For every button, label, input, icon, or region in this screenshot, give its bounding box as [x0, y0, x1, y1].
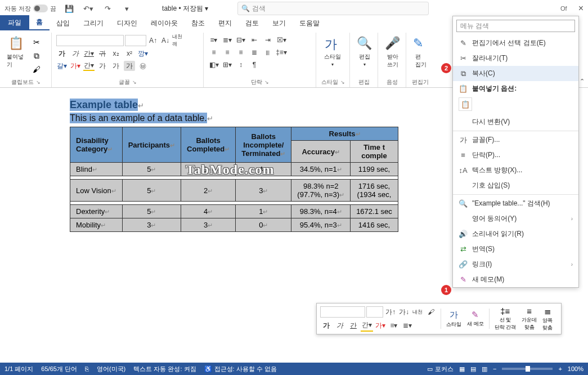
underline-button[interactable]: 간▾ [83, 48, 95, 59]
align-right-icon[interactable]: ≡ [235, 47, 246, 57]
subscript-button[interactable]: x₂ [110, 48, 122, 59]
tab-design[interactable]: 디자인 [110, 16, 144, 30]
highlight-color-icon[interactable]: 간▾ [83, 61, 95, 71]
view-print-layout-icon[interactable]: ▤ [470, 365, 476, 373]
text-highlight-icon[interactable]: 갈▾ [56, 61, 68, 71]
multilevel-icon[interactable]: ⊟▾ [235, 35, 246, 45]
status-autocomplete[interactable]: 텍스트 자동 완성: 켜짐 [133, 365, 196, 373]
document-title[interactable]: table • 저장됨 ▾ [162, 4, 208, 14]
tab-layout[interactable]: 레이아웃 [144, 16, 185, 30]
mini-font-family-input[interactable] [320, 306, 365, 318]
phonetic-guide-icon[interactable]: 내천 깨 [172, 35, 183, 46]
clipboard-launcher-icon[interactable]: ↘ [36, 79, 41, 85]
char-border-icon[interactable]: 가 [110, 61, 122, 71]
mini-italic-button[interactable]: 가 [334, 319, 346, 332]
collapse-ribbon-icon[interactable]: ⌃ [580, 78, 585, 85]
enclose-char-icon[interactable]: 가 [124, 61, 135, 71]
save-icon[interactable]: 💾 [63, 2, 75, 15]
tab-help[interactable]: 도움말 [293, 16, 326, 30]
bold-button[interactable]: 가 [56, 48, 68, 59]
paste-button[interactable]: 📋 붙여넣기 [5, 35, 28, 70]
undo-icon[interactable]: ↶▾ [82, 2, 95, 15]
mini-grow-font-icon[interactable]: 가↑ [384, 306, 397, 318]
tab-insert[interactable]: 삽입 [50, 16, 77, 30]
menu-insert-symbol[interactable]: 기호 삽입(S) [453, 178, 578, 193]
dictate-button[interactable]: 🎤받아 쓰기 [383, 35, 403, 70]
menu-link[interactable]: 🔗링크(I)› [453, 257, 578, 272]
mini-phonetic-icon[interactable]: 내천 [411, 306, 424, 318]
mini-justify-button[interactable]: ≣양쪽 맞춤 [541, 306, 554, 332]
zoom-level[interactable]: 100% [568, 365, 583, 372]
grow-font-icon[interactable]: A↑ [147, 35, 159, 46]
asian-layout-icon[interactable]: ☒▾ [276, 35, 287, 45]
autosave-toggle[interactable]: 자동 저장 끔 [5, 5, 56, 13]
justify-icon[interactable]: ≣ [249, 47, 260, 57]
mini-line-spacing-button[interactable]: ‡≡선 및 단락 간격 [493, 306, 518, 331]
mini-shrink-font-icon[interactable]: 가↓ [398, 306, 410, 318]
menu-synonyms[interactable]: 영어 동의어(Y)› [453, 211, 578, 226]
mini-new-comment-button[interactable]: ✎새 메모 [465, 310, 486, 328]
distribute-icon[interactable]: ⫼ [262, 47, 273, 57]
menu-cut[interactable]: ✂잘라내기(T) [453, 51, 578, 66]
char-shading-icon[interactable]: 가 [97, 61, 108, 71]
superscript-button[interactable]: x² [124, 48, 135, 59]
mini-highlight-icon[interactable]: 간▾ [361, 319, 373, 332]
zoom-out-button[interactable]: − [493, 365, 496, 372]
menu-reconvert[interactable]: 다시 변환(V) [453, 114, 578, 130]
italic-button[interactable]: 가 [70, 48, 81, 59]
tab-references[interactable]: 참조 [185, 16, 212, 30]
styles-launcher-icon[interactable]: ↘ [340, 79, 345, 85]
align-center-icon[interactable]: ≡ [222, 47, 233, 57]
styles-button[interactable]: 가스타일▾ [321, 35, 344, 68]
mini-bullets-icon[interactable]: ≡▾ [388, 319, 400, 332]
mini-numbering-icon[interactable]: ≣▾ [401, 319, 414, 332]
font-color-icon[interactable]: 가▾ [70, 61, 81, 71]
menu-read-aloud[interactable]: 🔊소리내어 읽기(R) [453, 226, 578, 242]
menu-paragraph[interactable]: ≡단락(P)... [453, 148, 578, 163]
decrease-indent-icon[interactable]: ⇤ [249, 35, 260, 45]
paragraph-launcher-icon[interactable]: ↘ [264, 79, 269, 85]
increase-indent-icon[interactable]: ⇥ [262, 35, 273, 45]
font-launcher-icon[interactable]: ↘ [132, 79, 137, 85]
paste-option-keep-formatting[interactable]: 📋 [459, 97, 472, 111]
tab-draw[interactable]: 그리기 [77, 16, 110, 30]
borders-icon[interactable]: ⊞▾ [222, 60, 233, 70]
menu-review-selection[interactable]: ✎편집기에서 선택 검토(E) [453, 35, 578, 51]
copy-icon[interactable]: ⧉ [32, 51, 42, 61]
mini-bold-button[interactable]: 가 [320, 319, 333, 332]
menu-copy[interactable]: ⧉복사(C) [453, 66, 578, 81]
menu-translate[interactable]: ⇄번역(S) [453, 242, 578, 257]
mini-align-center-button[interactable]: ≡가운데 맞춤 [520, 306, 538, 331]
status-page[interactable]: 1/1 페이지 [5, 365, 33, 373]
status-accessibility[interactable]: ♿ 접근성: 사용할 수 없음 [204, 365, 277, 373]
bullets-icon[interactable]: ≡▾ [208, 35, 219, 45]
tab-view[interactable]: 보기 [266, 16, 293, 30]
menu-search-web[interactable]: 🔍"Example table..." 검색(H) [453, 196, 578, 211]
menu-font[interactable]: 가글꼴(F)... [453, 132, 578, 148]
font-size-input[interactable] [125, 35, 146, 46]
numbering-icon[interactable]: ≣▾ [222, 35, 233, 45]
qat-customize-icon[interactable]: ▾ [120, 2, 133, 15]
redo-icon[interactable]: ↷ [101, 2, 114, 15]
status-word-count[interactable]: 65/65개 단어 [41, 365, 77, 373]
close-icon[interactable]: × [578, 3, 583, 14]
enclose-circle-icon[interactable]: ㉥ [137, 61, 149, 71]
tab-review[interactable]: 검토 [239, 16, 266, 30]
tab-file[interactable]: 파일 [0, 15, 29, 30]
mini-underline-button[interactable]: 간 [347, 319, 360, 332]
status-focus-mode[interactable]: ▭ 포커스 [427, 365, 454, 373]
mini-styles-button[interactable]: 가스타일 [445, 310, 463, 328]
menu-search-input[interactable]: 메뉴 검색 [456, 20, 575, 32]
tab-home[interactable]: 홈 [29, 15, 50, 30]
show-marks-icon[interactable]: ¶ [249, 60, 260, 70]
shading-icon[interactable]: ◧▾ [208, 60, 219, 70]
view-web-layout-icon[interactable]: ▥ [482, 365, 487, 373]
zoom-in-button[interactable]: + [558, 365, 562, 372]
mini-font-color-icon[interactable]: 가▾ [374, 319, 387, 332]
align-left-icon[interactable]: ≡ [208, 47, 219, 57]
status-spellcheck-icon[interactable]: ⎘ [85, 365, 89, 372]
status-language[interactable]: 영어(미국) [97, 365, 125, 373]
menu-new-comment[interactable]: ✎새 메모(M) [453, 272, 578, 287]
format-painter-icon[interactable]: 🖌 [32, 64, 42, 74]
view-read-mode-icon[interactable]: ▦ [459, 365, 465, 373]
